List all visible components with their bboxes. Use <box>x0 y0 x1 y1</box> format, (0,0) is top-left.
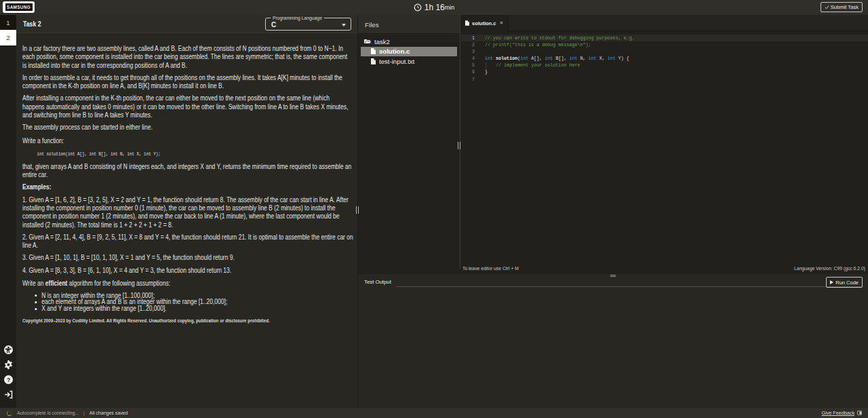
svg-text:?: ? <box>6 377 9 383</box>
